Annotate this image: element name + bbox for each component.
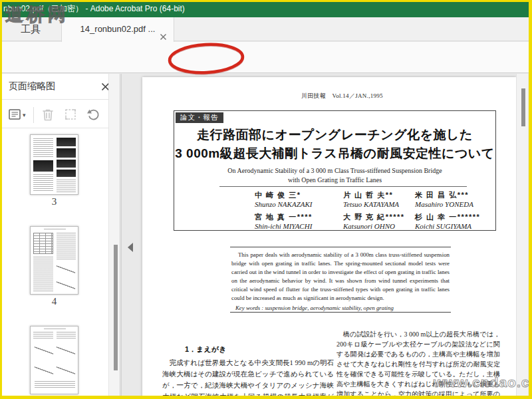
thumb-graphic (57, 263, 75, 276)
thumb-graphic (33, 174, 53, 192)
pdf-page[interactable]: 川田技報 Vol.14／JAN.,1995 論文・報告 走行路面部にオープングレ… (142, 77, 516, 399)
thumb-graphic (33, 332, 53, 340)
crop-pages-icon (63, 106, 78, 122)
thumbnail-panel: 页面缩略图 ▾ (0, 74, 120, 399)
trash-icon (40, 106, 56, 122)
panel-title: 页面缩略图 (9, 80, 55, 92)
paper-title-en: with Open Grating in Traffic Lanes (174, 176, 495, 184)
thumb-graphic (44, 229, 66, 231)
thumb-graphic (57, 160, 76, 168)
thumbnail-list: 3 4 (0, 128, 108, 399)
acrobat-window: nbun02.pdf（已加密） - Adobe Acrobat Pro (64-… (0, 0, 532, 399)
panel-separator (0, 99, 120, 100)
body-text: 橋の試設計を行い，3 000 m以上の超長大吊橋では，200キロ級ケーブルや太径… (336, 329, 500, 399)
thumb-graphic (57, 138, 76, 146)
main-toolbar: / 6 63% ▾ ▾ (0, 42, 532, 73)
thumb-graphic (57, 233, 76, 259)
tab-bar: 工具 14_ronbun02.pdf ... (0, 17, 532, 41)
body-column-left: 完成すれば世界最大となる中央支間長1 990 mの明石海峡大橋はその建設が現在急… (162, 357, 334, 399)
options-icon[interactable] (7, 106, 23, 122)
abstract-text: This paper deals with aerodynamic stabil… (231, 251, 450, 303)
thumb-graphic (57, 170, 76, 177)
author: 米 田 昌 弘*** Masahiro YONEDA (415, 190, 501, 208)
options-caret[interactable]: ▾ (23, 112, 26, 118)
thumb-graphic (35, 364, 53, 377)
tab-tools-label: 工具 (21, 23, 41, 35)
paper-title-en: On Aerodynamic Stability of a 3 000 m Cl… (174, 167, 495, 174)
thumb-graphic (33, 257, 53, 291)
author-name-jp: 中 崎 俊 三* (255, 190, 341, 200)
author-name-en: Masahiro YONEDA (415, 200, 501, 208)
page-number-label: 3 (30, 196, 78, 207)
thumb-graphic (33, 138, 53, 158)
author: 中 崎 俊 三* Shunzo NAKAZAKI (255, 190, 341, 208)
author-name-en: Shunzo NAKAZAKI (255, 200, 341, 208)
author: 宮 地 真 一**** Shin-ichi MIYACHI (255, 212, 341, 230)
thumb-graphic (57, 364, 75, 377)
section-heading: 1．まえがき (185, 344, 226, 354)
paper-abstract: This paper deals with aerodynamic stabil… (230, 247, 451, 313)
body-text: 完成すれば世界最大となる中央支間長1 990 mの明石海峡大橋はその建設が現在急… (162, 357, 334, 399)
collapse-panel-handle[interactable] (128, 243, 133, 252)
tab-tools[interactable]: 工具 (5, 17, 56, 41)
paper-title-box: 論文・報告 走行路面部にオープングレーチング化を施した 3 000m級超長大補剛… (174, 110, 496, 231)
thumb-graphic (57, 332, 76, 340)
author-name-jp: 杉 山 幸 一****** (415, 212, 501, 222)
panel-toolbar-divider (33, 107, 34, 123)
journal-header: 川田技報 Vol.14／JAN.,1995 (301, 92, 383, 100)
page-thumbnail-5[interactable] (30, 326, 78, 394)
page-thumbnail-3[interactable] (30, 134, 78, 195)
red-ellipse-annotation (166, 41, 246, 76)
close-tab-icon[interactable] (160, 26, 167, 33)
panel-scrollbar-thumb[interactable] (114, 245, 118, 370)
paper-category-badge: 論文・報告 (176, 112, 223, 123)
author-name-en: Shin-ichi MIYACHI (255, 222, 341, 230)
thumb-graphic (33, 160, 53, 172)
thumb-graphic (57, 180, 76, 192)
thumb-graphic (44, 329, 66, 331)
panel-scrollbar[interactable] (108, 74, 120, 399)
author-name-en: Koichi SUGIYAMA (415, 222, 501, 230)
page-number-label: 4 (30, 296, 78, 307)
keywords-line: Key words : suspension bridge, aerodynam… (231, 304, 450, 313)
thumb-graphic (57, 279, 75, 292)
thumb-graphic (57, 148, 76, 158)
thumb-graphic (35, 344, 53, 357)
thumb-graphic (57, 344, 75, 357)
paper-title-jp: 3 000m級超長大補剛トラス吊橋の耐風安定性について (174, 145, 495, 162)
tab-document-label: 14_ronbun02.pdf ... (80, 24, 156, 34)
window-titlebar: nbun02.pdf（已加密） - Adobe Acrobat Pro (64-… (0, 0, 532, 17)
thumb-graphic (33, 233, 53, 254)
thumb-graphic (35, 381, 75, 388)
document-scrollbar-thumb[interactable] (521, 88, 525, 126)
window-title: nbun02.pdf（已加密） - Adobe Acrobat Pro (64-… (3, 4, 185, 13)
body-column-right: 橋の試設計を行い，3 000 m以上の超長大吊橋では，200キロ級ケーブルや太径… (336, 329, 500, 399)
author-name-jp: 米 田 昌 弘*** (415, 190, 501, 200)
paper-title-jp: 走行路面部にオープングレーチング化を施した (174, 126, 495, 144)
document-area: 川田技報 Vol.14／JAN.,1995 論文・報告 走行路面部にオープングレ… (121, 74, 532, 399)
page-thumbnail-4[interactable] (30, 226, 78, 295)
author-name-jp: 宮 地 真 一**** (255, 212, 341, 222)
rotate-ccw-icon[interactable] (85, 106, 101, 122)
authors-divider (219, 186, 467, 187)
tab-document[interactable]: 14_ronbun02.pdf ... (61, 17, 174, 42)
author: 杉 山 幸 一****** Koichi SUGIYAMA (415, 212, 501, 230)
